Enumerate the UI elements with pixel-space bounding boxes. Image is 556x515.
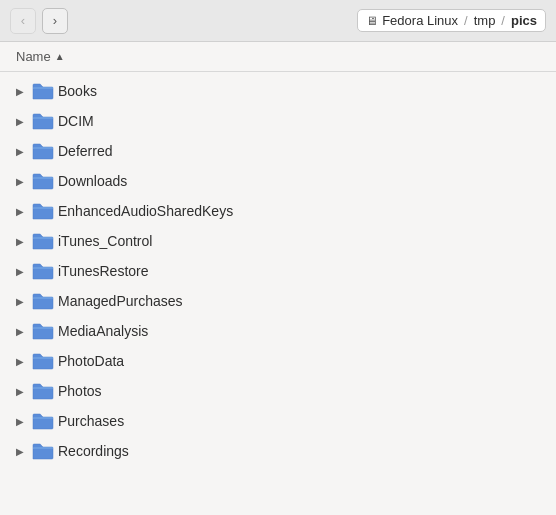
breadcrumb-sep-2: / xyxy=(501,13,505,28)
folder-icon xyxy=(32,412,54,430)
folder-icon xyxy=(32,352,54,370)
expander-icon[interactable]: ▶ xyxy=(12,443,28,459)
breadcrumb-tmp[interactable]: tmp xyxy=(474,13,496,28)
forward-button[interactable]: › xyxy=(42,8,68,34)
expander-icon[interactable]: ▶ xyxy=(12,113,28,129)
expander-icon[interactable]: ▶ xyxy=(12,203,28,219)
list-item[interactable]: ▶ Deferred xyxy=(0,136,556,166)
back-icon: ‹ xyxy=(21,13,25,28)
file-name-label: ManagedPurchases xyxy=(58,293,183,309)
file-name-label: MediaAnalysis xyxy=(58,323,148,339)
file-name-label: Purchases xyxy=(58,413,124,429)
sort-arrow-icon: ▲ xyxy=(55,51,65,62)
folder-icon xyxy=(32,292,54,310)
list-item[interactable]: ▶ Recordings xyxy=(0,436,556,466)
list-item[interactable]: ▶ Purchases xyxy=(0,406,556,436)
back-button[interactable]: ‹ xyxy=(10,8,36,34)
breadcrumb-fedora[interactable]: Fedora Linux xyxy=(382,13,458,28)
expander-icon[interactable]: ▶ xyxy=(12,233,28,249)
titlebar: ‹ › 🖥 Fedora Linux / tmp / pics xyxy=(0,0,556,42)
folder-icon xyxy=(32,82,54,100)
file-list: ▶ Books▶ DCIM▶ Deferred▶ Downloads▶ Enha… xyxy=(0,72,556,515)
file-name-label: Books xyxy=(58,83,97,99)
file-name-label: EnhancedAudioSharedKeys xyxy=(58,203,233,219)
breadcrumb-pics[interactable]: pics xyxy=(511,13,537,28)
folder-icon xyxy=(32,202,54,220)
breadcrumb-area: 🖥 Fedora Linux / tmp / pics xyxy=(74,9,546,32)
file-name-label: PhotoData xyxy=(58,353,124,369)
expander-icon[interactable]: ▶ xyxy=(12,143,28,159)
list-item[interactable]: ▶ Books xyxy=(0,76,556,106)
file-name-label: iTunesRestore xyxy=(58,263,149,279)
expander-icon[interactable]: ▶ xyxy=(12,173,28,189)
folder-icon xyxy=(32,142,54,160)
folder-icon xyxy=(32,232,54,250)
file-name-label: Recordings xyxy=(58,443,129,459)
breadcrumb[interactable]: 🖥 Fedora Linux / tmp / pics xyxy=(357,9,546,32)
folder-icon xyxy=(32,322,54,340)
file-manager-window: ‹ › 🖥 Fedora Linux / tmp / pics Name ▲ ▶… xyxy=(0,0,556,515)
expander-icon[interactable]: ▶ xyxy=(12,353,28,369)
expander-icon[interactable]: ▶ xyxy=(12,263,28,279)
expander-icon[interactable]: ▶ xyxy=(12,413,28,429)
file-name-label: iTunes_Control xyxy=(58,233,152,249)
list-item[interactable]: ▶ MediaAnalysis xyxy=(0,316,556,346)
expander-icon[interactable]: ▶ xyxy=(12,83,28,99)
file-name-label: Deferred xyxy=(58,143,112,159)
column-header-name[interactable]: Name ▲ xyxy=(0,42,556,72)
breadcrumb-sep-1: / xyxy=(464,13,468,28)
expander-icon[interactable]: ▶ xyxy=(12,383,28,399)
folder-icon xyxy=(32,172,54,190)
folder-icon xyxy=(32,382,54,400)
list-item[interactable]: ▶ PhotoData xyxy=(0,346,556,376)
file-name-label: Photos xyxy=(58,383,102,399)
folder-icon xyxy=(32,262,54,280)
file-name-label: Downloads xyxy=(58,173,127,189)
list-item[interactable]: ▶ Downloads xyxy=(0,166,556,196)
list-item[interactable]: ▶ iTunes_Control xyxy=(0,226,556,256)
column-name-label: Name xyxy=(16,49,51,64)
expander-icon[interactable]: ▶ xyxy=(12,323,28,339)
expander-icon[interactable]: ▶ xyxy=(12,293,28,309)
computer-icon: 🖥 xyxy=(366,14,378,28)
forward-icon: › xyxy=(53,13,57,28)
folder-icon xyxy=(32,112,54,130)
file-name-label: DCIM xyxy=(58,113,94,129)
folder-icon xyxy=(32,442,54,460)
list-item[interactable]: ▶ Photos xyxy=(0,376,556,406)
list-item[interactable]: ▶ DCIM xyxy=(0,106,556,136)
list-item[interactable]: ▶ EnhancedAudioSharedKeys xyxy=(0,196,556,226)
list-item[interactable]: ▶ ManagedPurchases xyxy=(0,286,556,316)
list-item[interactable]: ▶ iTunesRestore xyxy=(0,256,556,286)
